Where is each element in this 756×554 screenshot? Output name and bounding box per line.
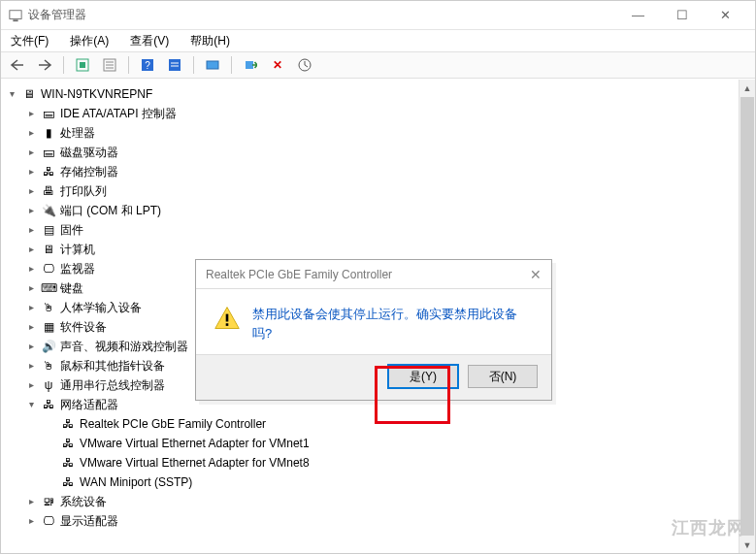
expand-icon[interactable]: ▸: [25, 244, 37, 255]
toolbar-separator: [193, 56, 194, 74]
expand-icon[interactable]: ▸: [25, 360, 37, 372]
category-item[interactable]: ▸🔌端口 (COM 和 LPT): [25, 201, 754, 220]
expand-icon[interactable]: ▸: [25, 185, 37, 197]
toolbar-separator: [63, 56, 64, 74]
item-label: 软件设备: [60, 317, 107, 337]
category-item[interactable]: ▸🖶打印队列: [25, 181, 754, 201]
svg-rect-13: [207, 61, 218, 69]
device-icon: 🖳: [41, 494, 56, 509]
menu-help[interactable]: 帮助(H): [186, 31, 234, 51]
menu-file[interactable]: 文件(F): [7, 31, 52, 51]
item-label: 固件: [60, 220, 83, 240]
scroll-up-icon[interactable]: ▲: [740, 80, 755, 96]
dialog-titlebar: Realtek PCIe GbE Family Controller ✕: [196, 260, 551, 289]
device-item[interactable]: 🖧Realtek PCIe GbE Family Controller: [45, 414, 754, 434]
expand-icon[interactable]: ▸: [25, 496, 37, 507]
expand-icon[interactable]: ▸: [25, 224, 37, 236]
device-icon: 🖧: [60, 416, 76, 432]
close-button[interactable]: ✕: [704, 2, 747, 29]
device-icon: 🖵: [41, 513, 56, 529]
toolbar: ? ✕: [1, 51, 755, 79]
device-item[interactable]: 🖧WAN Miniport (SSTP): [45, 473, 754, 492]
forward-icon[interactable]: [34, 54, 55, 76]
warning-icon: [214, 305, 241, 332]
item-label: 人体学输入设备: [60, 298, 142, 317]
category-item[interactable]: ▸🖧存储控制器: [25, 162, 754, 181]
watermark: 江西龙网: [672, 516, 745, 539]
item-label: 存储控制器: [60, 162, 118, 181]
item-label: Realtek PCIe GbE Family Controller: [80, 414, 266, 434]
device-icon: 🖥: [41, 242, 56, 257]
menu-view[interactable]: 查看(V): [126, 31, 173, 51]
expand-icon[interactable]: ▸: [25, 341, 37, 352]
window-title: 设备管理器: [28, 7, 86, 23]
computer-icon: 🖥: [21, 86, 37, 102]
item-label: VMware Virtual Ethernet Adapter for VMne…: [80, 453, 310, 473]
collapse-icon[interactable]: ▾: [6, 88, 17, 100]
item-label: 鼠标和其他指针设备: [60, 356, 165, 375]
expand-icon: [45, 476, 56, 488]
category-item[interactable]: ▸🖴IDE ATA/ATAPI 控制器: [25, 104, 754, 123]
svg-rect-10: [169, 59, 181, 71]
device-icon: 🖱: [41, 358, 56, 374]
dialog-body: 禁用此设备会使其停止运行。确实要禁用此设备吗?: [196, 289, 551, 354]
menu-action[interactable]: 操作(A): [66, 31, 113, 51]
svg-rect-3: [80, 62, 85, 68]
help-icon[interactable]: ?: [137, 54, 158, 76]
toolbar-separator: [231, 56, 232, 74]
category-item[interactable]: ▸▤固件: [25, 220, 754, 240]
properties-icon[interactable]: [99, 54, 120, 76]
expand-icon: [45, 438, 56, 449]
scroll-thumb[interactable]: [740, 97, 754, 536]
item-label: 系统设备: [60, 492, 107, 511]
expand-icon[interactable]: ▸: [25, 379, 37, 391]
expand-icon[interactable]: ▸: [25, 108, 37, 119]
expand-icon: [45, 418, 56, 430]
device-icon: 🖧: [41, 397, 56, 412]
expand-icon[interactable]: ▸: [25, 166, 37, 178]
expand-icon[interactable]: ▸: [25, 321, 37, 333]
titlebar: 设备管理器 — ☐ ✕: [1, 1, 755, 30]
expand-icon[interactable]: ▸: [25, 263, 37, 275]
minimize-button[interactable]: —: [616, 2, 660, 29]
category-item[interactable]: ▸🖥计算机: [25, 240, 754, 259]
category-item[interactable]: ▸🖵显示适配器: [25, 511, 754, 531]
expand-icon[interactable]: ▸: [25, 302, 37, 313]
expand-icon[interactable]: ▸: [25, 205, 37, 216]
dialog-close-icon[interactable]: ✕: [530, 267, 542, 282]
category-item[interactable]: ▾🖧网络适配器🖧Realtek PCIe GbE Family Controll…: [25, 395, 754, 492]
device-item[interactable]: 🖧VMware Virtual Ethernet Adapter for VMn…: [45, 434, 754, 453]
item-label: 声音、视频和游戏控制器: [60, 337, 188, 356]
scan-icon[interactable]: [202, 54, 223, 76]
vertical-scrollbar[interactable]: ▲ ▼: [739, 80, 755, 553]
expand-icon[interactable]: ▸: [25, 127, 37, 139]
dialog-button-row: 是(Y) 否(N): [196, 354, 551, 400]
category-item[interactable]: ▸🖳系统设备: [25, 492, 754, 511]
window-controls: — ☐ ✕: [616, 2, 747, 29]
enable-icon[interactable]: [240, 54, 261, 76]
maximize-button[interactable]: ☐: [660, 2, 704, 29]
device-icon: 🖴: [41, 106, 56, 121]
yes-button[interactable]: 是(Y): [388, 365, 458, 388]
show-hidden-icon[interactable]: [72, 54, 93, 76]
disable-icon[interactable]: ✕: [267, 54, 288, 76]
update-driver-icon[interactable]: [294, 54, 315, 76]
svg-rect-1: [13, 19, 17, 21]
item-label: IDE ATA/ATAPI 控制器: [60, 104, 177, 123]
expand-icon[interactable]: ▸: [25, 282, 37, 294]
device-icon: 🖧: [60, 455, 76, 471]
category-item[interactable]: ▸🖴磁盘驱动器: [25, 143, 754, 162]
device-icon: ▤: [41, 222, 56, 238]
expand-icon[interactable]: ▸: [25, 515, 37, 527]
back-icon[interactable]: [7, 54, 28, 76]
device-icon: ψ: [41, 377, 56, 393]
device-icon: 🖧: [60, 436, 76, 451]
collapse-icon[interactable]: ▾: [25, 399, 37, 410]
device-icon: ⌨: [41, 280, 56, 296]
device-item[interactable]: 🖧VMware Virtual Ethernet Adapter for VMn…: [45, 453, 754, 473]
device-icon: ▮: [41, 125, 56, 141]
no-button[interactable]: 否(N): [468, 365, 538, 388]
refresh-icon[interactable]: [164, 54, 185, 76]
expand-icon[interactable]: ▸: [25, 147, 37, 158]
category-item[interactable]: ▸▮处理器: [25, 123, 754, 143]
